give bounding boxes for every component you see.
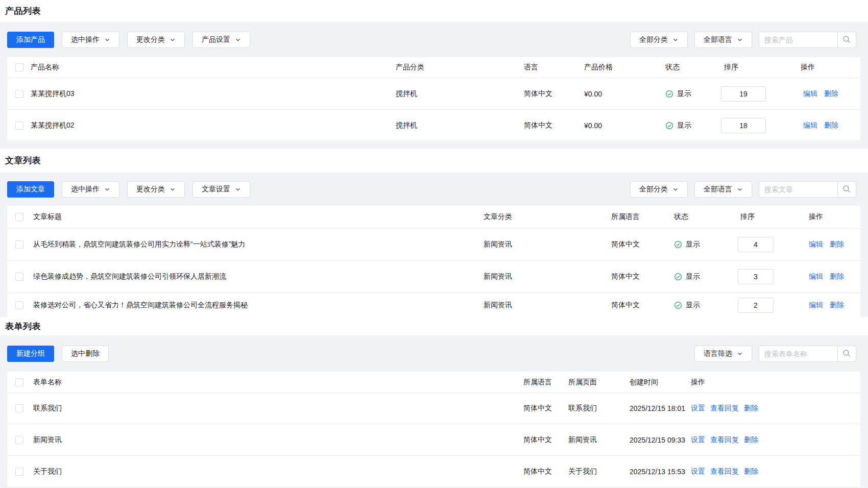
delete-link[interactable]: 删除 [830,240,844,249]
col-header-status: 状态 [674,212,688,222]
product-selected-actions-dropdown[interactable]: 选中操作 [62,32,119,48]
col-header-actions: 操作 [809,212,823,222]
article-category: 新闻资讯 [484,272,512,281]
delete-link[interactable]: 删除 [830,272,844,281]
form-language-filter-select[interactable]: 语言筛选 [694,346,752,362]
delete-link[interactable]: 删除 [824,121,838,130]
article-language: 简体中文 [611,301,640,310]
product-language-filter-select[interactable]: 全部语言 [694,32,752,48]
col-header-sort: 排序 [740,212,755,222]
row-actions: 设置 查看回复 删除 [691,467,758,476]
row-checkbox[interactable] [15,273,23,281]
status-badge: 显示 [665,89,691,99]
forms-table-header-row: 表单名称 所属语言 所属页面 创建时间 操作 [7,372,860,393]
delete-link[interactable]: 删除 [744,467,758,476]
form-language: 简体中文 [523,467,552,476]
article-category-filter-select[interactable]: 全部分类 [630,181,688,198]
row-checkbox[interactable] [15,240,23,249]
row-checkbox[interactable] [15,301,23,309]
col-header-language: 所属语言 [611,212,640,222]
add-article-button[interactable]: 添加文章 [7,181,54,198]
edit-link[interactable]: 编辑 [803,121,817,130]
table-row: 关于我们 简体中文 关于我们 2025/12/13 15:53 设置 查看回复 … [7,456,860,487]
view-replies-link[interactable]: 查看回复 [710,404,739,413]
form-name: 新闻资讯 [33,435,62,445]
col-header-page: 所属页面 [568,378,597,387]
chevron-down-icon [235,186,241,192]
table-row: 绿色装修成趋势，鼎筑空间建筑装修公司引领环保人居新潮流 新闻资讯 简体中文 显示… [7,261,860,293]
row-checkbox[interactable] [15,90,23,98]
select-all-checkbox[interactable] [15,63,23,71]
article-category: 新闻资讯 [484,240,512,249]
products-table: 产品名称 产品分类 语言 产品价格 状态 排序 操作 某某搅拌机03 搅拌机 简… [7,57,860,142]
settings-link[interactable]: 设置 [691,467,705,476]
delete-link[interactable]: 删除 [824,89,838,99]
delete-link[interactable]: 删除 [830,301,844,310]
article-search-button[interactable] [837,181,856,198]
edit-link[interactable]: 编辑 [809,301,823,310]
select-all-checkbox[interactable] [15,213,23,221]
new-group-button[interactable]: 新建分组 [7,346,54,362]
edit-link[interactable]: 编辑 [803,89,817,99]
product-change-category-dropdown[interactable]: 更改分类 [127,32,185,48]
view-replies-link[interactable]: 查看回复 [710,435,739,445]
row-checkbox[interactable] [15,404,23,412]
col-header-actions: 操作 [691,378,705,387]
select-all-checkbox[interactable] [15,378,23,386]
col-header-sort: 排序 [724,63,738,72]
row-actions: 编辑 删除 [803,89,838,99]
form-created-time: 2025/12/15 09:33 [630,436,685,444]
article-language-filter-select[interactable]: 全部语言 [694,181,752,198]
col-header-language: 语言 [524,63,538,72]
add-product-button[interactable]: 添加产品 [7,32,54,48]
form-name: 关于我们 [33,467,62,476]
product-search [759,32,856,48]
sort-order-input[interactable] [738,298,774,313]
col-header-actions: 操作 [801,63,815,72]
status-badge: 显示 [674,272,700,281]
product-language: 简体中文 [524,121,552,130]
form-page: 新闻资讯 [568,435,597,445]
article-title: 绿色装修成趋势，鼎筑空间建筑装修公司引领环保人居新潮流 [33,272,226,281]
status-badge: 显示 [674,240,700,249]
table-row: 联系我们 简体中文 联系我们 2025/12/15 18:01 设置 查看回复 … [7,393,860,424]
settings-link[interactable]: 设置 [691,404,705,413]
product-category-filter-select[interactable]: 全部分类 [630,32,688,48]
delete-link[interactable]: 删除 [744,435,758,445]
form-search [759,346,856,362]
delete-selected-button[interactable]: 选中删除 [62,346,109,362]
sort-order-input[interactable] [738,269,774,284]
article-search-input[interactable] [759,181,838,198]
row-checkbox[interactable] [15,436,23,444]
row-actions: 编辑 删除 [809,240,844,249]
sort-order-input[interactable] [738,237,774,252]
product-search-button[interactable] [837,32,856,48]
row-checkbox[interactable] [15,121,23,130]
article-selected-actions-dropdown[interactable]: 选中操作 [62,181,119,198]
article-settings-dropdown[interactable]: 文章设置 [192,181,250,198]
chevron-down-icon [737,351,743,357]
product-settings-dropdown[interactable]: 产品设置 [192,32,250,48]
col-header-status: 状态 [665,63,680,72]
view-replies-link[interactable]: 查看回复 [710,467,739,476]
check-circle-icon [674,240,682,249]
row-actions: 编辑 删除 [809,272,844,281]
delete-link[interactable]: 删除 [744,404,758,413]
edit-link[interactable]: 编辑 [809,240,823,249]
sort-order-input[interactable] [721,86,766,102]
forms-toolbar-zone: 新建分组 选中删除 语言筛选 [0,335,868,372]
chevron-down-icon [672,37,679,43]
article-change-category-dropdown[interactable]: 更改分类 [127,181,185,198]
chevron-down-icon [737,37,743,43]
form-language: 简体中文 [523,435,552,445]
row-checkbox[interactable] [15,468,23,476]
chevron-down-icon [170,37,176,43]
form-search-input[interactable] [759,346,838,362]
sort-order-input[interactable] [721,118,766,133]
products-title-bar: 产品列表 [0,0,868,22]
product-search-input[interactable] [759,32,838,48]
settings-link[interactable]: 设置 [691,435,705,445]
form-name: 联系我们 [33,404,62,413]
form-search-button[interactable] [837,346,856,362]
edit-link[interactable]: 编辑 [809,272,823,281]
